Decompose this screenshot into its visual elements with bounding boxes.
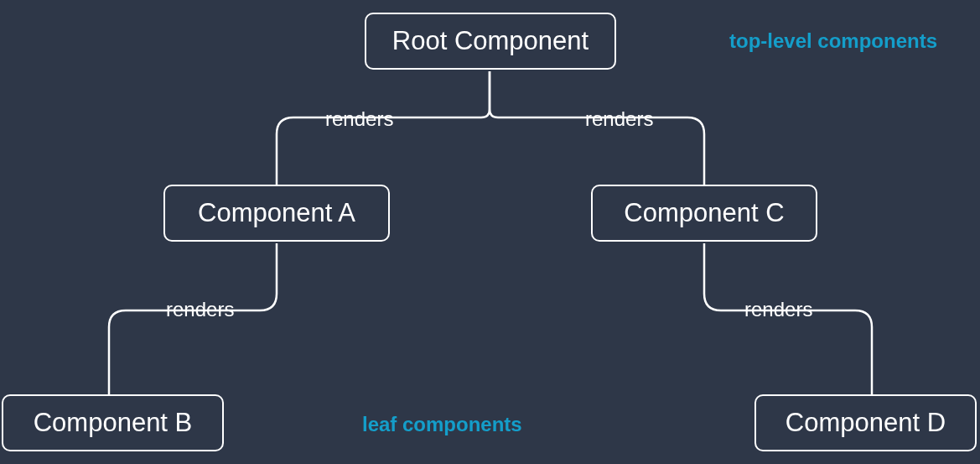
- edge-label-root-c: renders: [585, 107, 653, 131]
- node-label: Component D: [786, 408, 946, 438]
- node-label: Component C: [624, 198, 784, 228]
- annotation-top-level: top-level components: [729, 29, 937, 53]
- node-label: Component A: [198, 198, 355, 228]
- annotation-leaf: leaf components: [362, 413, 522, 436]
- edge-label-a-b: renders: [166, 298, 234, 321]
- node-root-component: Root Component: [365, 13, 616, 70]
- node-label: Component B: [34, 408, 193, 438]
- edge-label-root-a: renders: [325, 107, 393, 131]
- edge-label-c-d: renders: [744, 298, 812, 321]
- node-component-a: Component A: [163, 185, 390, 242]
- node-component-c: Component C: [591, 185, 817, 242]
- node-component-d: Component D: [754, 394, 977, 451]
- node-label: Root Component: [392, 26, 589, 56]
- node-component-b: Component B: [2, 394, 224, 451]
